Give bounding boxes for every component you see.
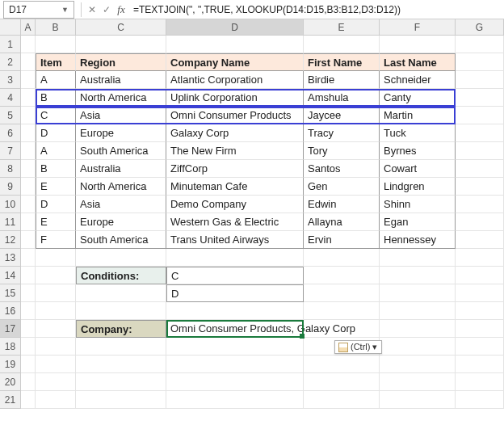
cell[interactable] (166, 373, 304, 391)
cell[interactable] (21, 338, 36, 356)
cell[interactable] (166, 36, 304, 53)
cell[interactable] (166, 356, 304, 373)
cell-company[interactable]: ZiffCorp (166, 160, 304, 178)
cell[interactable] (456, 124, 504, 142)
chevron-down-icon[interactable]: ▼ (61, 6, 69, 14)
condition-2[interactable]: D (166, 284, 304, 302)
cell-item[interactable]: C (36, 107, 76, 124)
cell-region[interactable]: North America (76, 178, 166, 196)
cell[interactable] (21, 320, 36, 338)
row-header-6[interactable]: 6 (0, 124, 21, 142)
row-header-8[interactable]: 8 (0, 160, 21, 178)
cell[interactable] (76, 338, 166, 356)
cell[interactable] (380, 284, 456, 302)
cell-region[interactable]: Australia (76, 71, 166, 89)
cell[interactable] (456, 53, 504, 71)
cell[interactable] (166, 391, 304, 409)
cell-first[interactable]: Amshula (304, 89, 380, 107)
col-header-C[interactable]: C (76, 19, 166, 36)
cell[interactable] (304, 267, 380, 284)
cell[interactable] (380, 373, 456, 391)
cell[interactable] (21, 373, 36, 391)
row-header-10[interactable]: 10 (0, 196, 21, 213)
header-item[interactable]: Item (36, 53, 76, 71)
cell[interactable] (304, 373, 380, 391)
cell[interactable] (456, 391, 504, 409)
cell[interactable] (380, 302, 456, 320)
cell[interactable] (21, 196, 36, 213)
cell[interactable] (166, 249, 304, 267)
cell[interactable] (21, 160, 36, 178)
cell[interactable] (380, 320, 456, 338)
cell[interactable] (21, 213, 36, 231)
cell[interactable] (456, 249, 504, 267)
cell-company[interactable]: Minuteman Cafe (166, 178, 304, 196)
header-region[interactable]: Region (76, 53, 166, 71)
cell[interactable] (36, 267, 76, 284)
cell-region[interactable]: North America (76, 89, 166, 107)
cell[interactable] (36, 302, 76, 320)
cell-first[interactable]: Santos (304, 160, 380, 178)
cell-last[interactable]: Martin (380, 107, 456, 124)
col-header-D[interactable]: D (166, 19, 304, 36)
row-header-16[interactable]: 16 (0, 302, 21, 320)
row-header-15[interactable]: 15 (0, 284, 21, 302)
cell[interactable] (456, 373, 504, 391)
cell[interactable] (456, 302, 504, 320)
cell-region[interactable]: South America (76, 231, 166, 249)
row-header-18[interactable]: 18 (0, 338, 21, 356)
cell-item[interactable]: A (36, 71, 76, 89)
cell[interactable] (380, 267, 456, 284)
row-header-20[interactable]: 20 (0, 373, 21, 391)
cell[interactable] (456, 89, 504, 107)
row-header-11[interactable]: 11 (0, 213, 21, 231)
cell-company[interactable]: Uplink Corporation (166, 89, 304, 107)
name-box[interactable]: D17 ▼ (3, 1, 74, 19)
cell[interactable] (304, 36, 380, 53)
cell-item[interactable]: A (36, 142, 76, 160)
cell[interactable] (21, 356, 36, 373)
col-header-B[interactable]: B (36, 19, 76, 36)
cancel-icon[interactable]: ✕ (85, 2, 99, 17)
cell[interactable] (21, 36, 36, 53)
row-header-19[interactable]: 19 (0, 356, 21, 373)
cell-last[interactable]: Shinn (380, 196, 456, 213)
cell[interactable] (456, 231, 504, 249)
cell[interactable] (36, 356, 76, 373)
cell[interactable] (21, 249, 36, 267)
cell-first[interactable]: Tory (304, 142, 380, 160)
formula-input[interactable]: =TEXTJOIN(", ",TRUE, XLOOKUP(D14:D15,B3:… (128, 4, 504, 15)
cell-region[interactable]: Europe (76, 124, 166, 142)
col-header-E[interactable]: E (304, 19, 380, 36)
cell[interactable] (304, 391, 380, 409)
cell-item[interactable]: D (36, 196, 76, 213)
cell-region[interactable]: Asia (76, 196, 166, 213)
cell-item[interactable]: B (36, 89, 76, 107)
cell[interactable] (21, 53, 36, 71)
cell-last[interactable]: Schneider (380, 71, 456, 89)
cell-item[interactable]: F (36, 231, 76, 249)
row-header-7[interactable]: 7 (0, 142, 21, 160)
col-header-G[interactable]: G (456, 19, 504, 36)
cell[interactable] (76, 249, 166, 267)
cell[interactable] (76, 302, 166, 320)
cell[interactable] (36, 284, 76, 302)
cell[interactable] (456, 338, 504, 356)
cell-last[interactable]: Hennessey (380, 231, 456, 249)
cell[interactable] (21, 89, 36, 107)
cell[interactable] (456, 107, 504, 124)
cell-company[interactable]: Demo Company (166, 196, 304, 213)
row-header-14[interactable]: 14 (0, 267, 21, 284)
row-header-21[interactable]: 21 (0, 391, 21, 409)
cell[interactable] (21, 267, 36, 284)
row-header-13[interactable]: 13 (0, 249, 21, 267)
cell[interactable] (21, 124, 36, 142)
cell[interactable] (36, 391, 76, 409)
cell[interactable] (36, 373, 76, 391)
row-header-9[interactable]: 9 (0, 178, 21, 196)
cells[interactable]: ItemRegionCompany NameFirst NameLast Nam… (21, 36, 504, 409)
header-first[interactable]: First Name (304, 53, 380, 71)
cell[interactable] (36, 338, 76, 356)
paste-options-button[interactable]: (Ctrl) ▾ (334, 340, 382, 354)
row-header-1[interactable]: 1 (0, 36, 21, 53)
